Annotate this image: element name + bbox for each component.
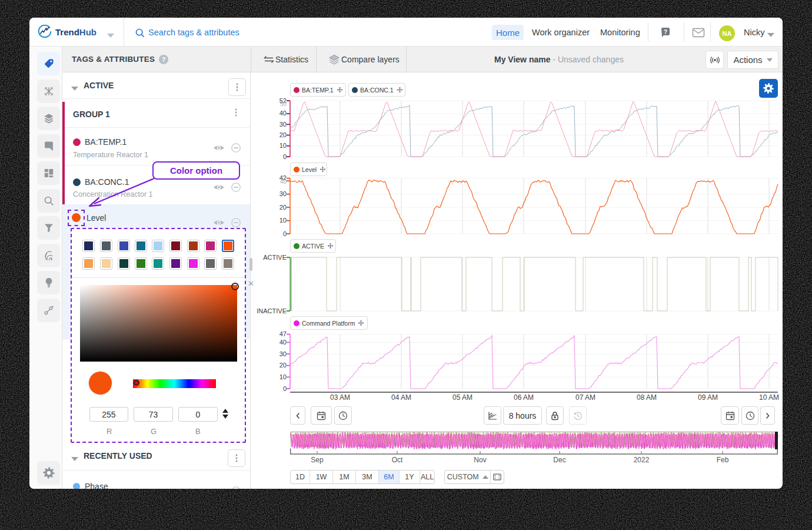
svg-text:07 AM: 07 AM [575, 393, 595, 402]
svg-text:INACTIVE: INACTIVE [257, 307, 287, 314]
svg-text:40: 40 [280, 178, 287, 185]
svg-text:04 AM: 04 AM [391, 393, 411, 402]
svg-text:10: 10 [279, 142, 287, 149]
svg-text:ACTIVE: ACTIVE [263, 254, 287, 261]
svg-text:Sep: Sep [311, 456, 324, 464]
svg-text:08 AM: 08 AM [637, 393, 657, 402]
svg-text:20: 20 [279, 204, 287, 211]
svg-text:40: 40 [279, 110, 287, 117]
svg-text:30: 30 [279, 121, 287, 128]
svg-text:10: 10 [279, 373, 287, 380]
svg-text:0: 0 [283, 230, 287, 237]
svg-text:50: 50 [280, 101, 287, 107]
svg-text:10 AM: 10 AM [759, 393, 779, 402]
svg-text:Oct: Oct [392, 456, 403, 464]
svg-text:2022: 2022 [634, 456, 650, 464]
svg-text:20: 20 [279, 131, 287, 138]
svg-text:Nov: Nov [474, 456, 486, 464]
svg-text:03 AM: 03 AM [330, 393, 350, 402]
svg-text:?: ? [664, 29, 667, 35]
svg-text:47: 47 [279, 330, 287, 337]
svg-text:20: 20 [279, 362, 287, 369]
svg-text:Feb: Feb [717, 456, 729, 464]
svg-text:0: 0 [283, 153, 287, 160]
svg-text:Dec: Dec [553, 456, 565, 464]
svg-text:0: 0 [283, 385, 287, 392]
svg-text:?: ? [162, 56, 166, 63]
svg-text:05 AM: 05 AM [452, 393, 472, 402]
svg-text:10: 10 [279, 217, 287, 224]
svg-text:30: 30 [279, 350, 287, 357]
svg-text:40: 40 [279, 339, 287, 346]
svg-text:30: 30 [279, 190, 287, 197]
svg-text:06 AM: 06 AM [514, 393, 534, 402]
svg-text:09 AM: 09 AM [698, 393, 718, 402]
